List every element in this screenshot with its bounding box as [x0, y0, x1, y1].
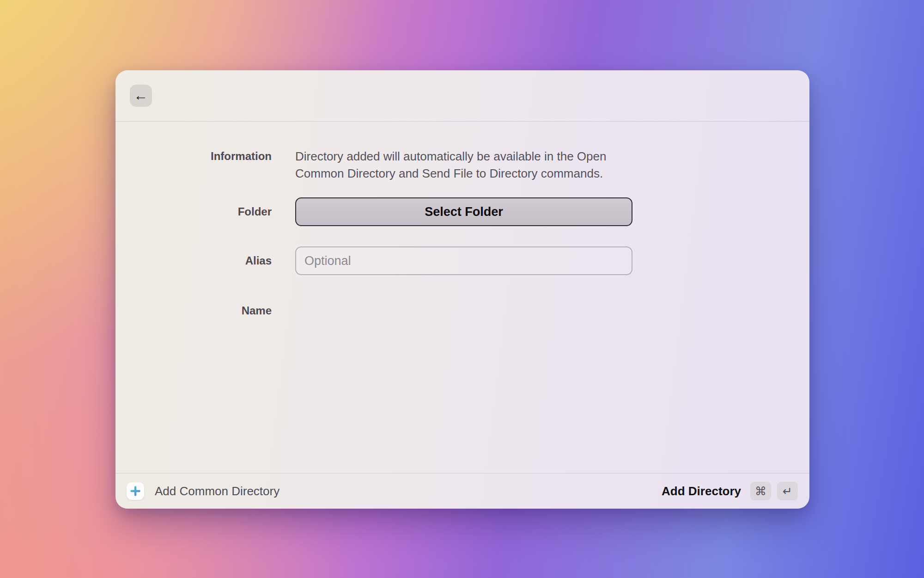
cmd-icon: ⌘ [755, 485, 766, 498]
dialog-footer: Add Common Directory Add Directory ⌘ ↵ [116, 473, 809, 509]
folder-row: Folder Select Folder [116, 197, 809, 226]
dialog-form: Information Directory added will automat… [116, 122, 809, 473]
return-keycap: ↵ [777, 482, 798, 500]
add-directory-label: Add Directory [662, 484, 741, 498]
desktop-background: { "window": { "header": { "back_icon": "… [0, 0, 924, 578]
add-common-directory-action[interactable]: Add Common Directory [127, 482, 280, 500]
alias-row: Alias [116, 246, 809, 275]
add-directory-action[interactable]: Add Directory ⌘ ↵ [662, 482, 798, 500]
dialog-header: ← [116, 70, 809, 122]
add-common-directory-label: Add Common Directory [155, 484, 280, 498]
alias-input[interactable] [295, 246, 632, 275]
name-label: Name [116, 304, 272, 317]
information-text: Directory added will automatically be av… [295, 148, 617, 182]
alias-label: Alias [116, 254, 272, 267]
cmd-keycap: ⌘ [750, 482, 771, 500]
plus-glyph [130, 486, 141, 497]
add-directory-dialog: ← Information Directory added will autom… [116, 70, 809, 509]
back-button[interactable]: ← [130, 85, 152, 107]
folder-label: Folder [116, 205, 272, 218]
back-arrow-icon: ← [134, 87, 148, 104]
plus-icon [127, 482, 144, 500]
return-icon: ↵ [783, 485, 792, 498]
information-label: Information [116, 148, 272, 163]
name-row: Name [116, 304, 809, 317]
select-folder-button[interactable]: Select Folder [295, 197, 632, 226]
information-row: Information Directory added will automat… [116, 148, 809, 182]
